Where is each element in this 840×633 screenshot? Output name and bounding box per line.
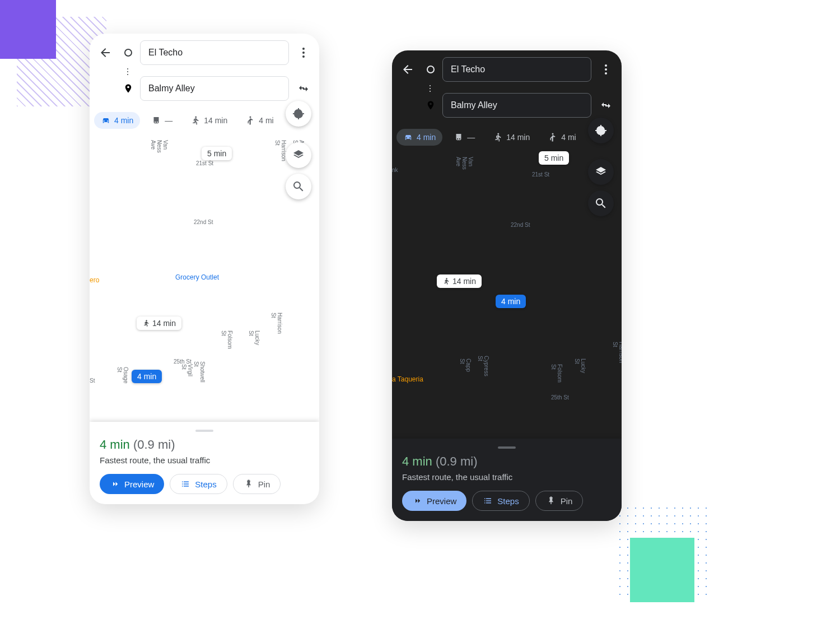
search-icon xyxy=(292,180,305,193)
transit-icon xyxy=(454,132,464,142)
route-summary-sheet[interactable]: 4 min (0.9 mi) Fastest route, the usual … xyxy=(90,422,319,504)
travel-mode-tabs: 4 min — 14 min 4 mi xyxy=(392,125,622,151)
route-summary-sheet[interactable]: 4 min (0.9 mi) Fastest route, the usual … xyxy=(392,439,622,521)
mode-drive-time: 4 min xyxy=(114,116,133,125)
steps-button[interactable]: Steps xyxy=(170,474,227,494)
street-folsom: Folsom St xyxy=(550,364,563,383)
more-options-button[interactable] xyxy=(292,41,315,64)
pin-button[interactable]: Pin xyxy=(535,491,584,511)
maps-directions-dark: El Techo Balmy Alley xyxy=(392,50,622,521)
route-subtitle: Fastest route, the usual traffic xyxy=(402,472,612,482)
walk-icon xyxy=(142,319,150,327)
poi-grocery-outlet[interactable]: Grocery Outlet xyxy=(175,273,219,281)
pin-icon xyxy=(244,479,254,489)
directions-header: El Techo Balmy Alley xyxy=(392,50,622,125)
route-connector-dots xyxy=(419,83,617,94)
street-nk: nk xyxy=(392,167,398,173)
street-van-ness: Van Ness Ave xyxy=(455,157,474,170)
mode-rideshare[interactable]: 4 mi xyxy=(239,112,280,129)
route-distance: (0.9 mi) xyxy=(133,437,175,452)
list-icon xyxy=(483,496,493,506)
drag-handle[interactable] xyxy=(195,430,213,432)
locate-icon xyxy=(594,124,608,137)
alt-route-time-label[interactable]: 5 min xyxy=(539,151,569,165)
mode-walk-time: 14 min xyxy=(204,116,227,125)
layers-icon xyxy=(292,148,305,162)
route-connector-dots xyxy=(116,66,315,77)
mode-walk[interactable]: 14 min xyxy=(184,112,234,129)
mode-walk-time: 14 min xyxy=(506,133,530,142)
street-21st: 21st St xyxy=(532,171,549,178)
search-map-button[interactable] xyxy=(588,190,614,216)
layers-button[interactable] xyxy=(286,142,311,168)
preview-button[interactable]: Preview xyxy=(402,491,466,511)
walk-icon xyxy=(190,115,200,125)
mode-transit-time: — xyxy=(165,116,172,125)
search-map-button[interactable] xyxy=(286,174,311,199)
mode-rideshare-dist: 4 mi xyxy=(561,133,576,142)
mode-drive[interactable]: 4 min xyxy=(94,112,140,129)
swap-locations-button[interactable] xyxy=(292,77,315,100)
alt-route-time-label[interactable]: 5 min xyxy=(202,147,232,160)
mode-drive-time: 4 min xyxy=(417,133,436,142)
drag-handle[interactable] xyxy=(498,446,516,449)
list-icon xyxy=(180,479,190,489)
chevrons-icon xyxy=(412,496,422,506)
street-virgil: Virgil St xyxy=(181,364,193,376)
street-harrison: Harrison St xyxy=(270,313,283,334)
origin-input[interactable]: El Techo xyxy=(442,57,591,82)
locate-icon xyxy=(292,107,305,120)
route-time: 4 min xyxy=(402,454,432,468)
route-distance: (0.9 mi) xyxy=(436,454,478,468)
pin-icon xyxy=(546,496,556,506)
swap-locations-button[interactable] xyxy=(595,94,617,117)
origin-marker-icon xyxy=(422,58,439,81)
street-van-ness: Van Ness Ave xyxy=(150,140,169,153)
destination-marker-icon xyxy=(422,94,439,117)
destination-input[interactable]: Balmy Alley xyxy=(140,76,289,101)
street-capp: Capp St xyxy=(459,359,472,372)
maps-directions-light: El Techo Balmy Alley xyxy=(90,34,319,504)
steps-button[interactable]: Steps xyxy=(472,491,529,511)
poi-taqueria[interactable]: a Taqueria xyxy=(392,375,423,383)
rideshare-icon xyxy=(245,115,255,125)
my-location-button[interactable] xyxy=(588,118,614,143)
origin-input[interactable]: El Techo xyxy=(140,40,289,65)
mode-walk[interactable]: 14 min xyxy=(486,129,536,146)
pin-button[interactable]: Pin xyxy=(233,474,281,494)
preview-button[interactable]: Preview xyxy=(100,474,164,494)
street-25th: 25th St xyxy=(174,359,192,365)
layers-button[interactable] xyxy=(588,159,614,185)
street-harrison-2: Harrison St xyxy=(274,140,287,161)
destination-input[interactable]: Balmy Alley xyxy=(442,93,591,118)
mode-transit[interactable]: — xyxy=(447,129,482,146)
mode-transit[interactable]: — xyxy=(144,112,179,129)
street-shotwell: Shotwell St xyxy=(193,361,206,383)
transit-icon xyxy=(151,115,161,125)
walk-route-time-label[interactable]: 14 min xyxy=(437,274,482,288)
back-button[interactable] xyxy=(94,41,116,64)
street-st: St xyxy=(90,378,95,384)
street-22nd: 22nd St xyxy=(194,219,213,225)
walk-route-time-label[interactable]: 14 min xyxy=(137,316,181,330)
poi-ero[interactable]: ero xyxy=(90,276,99,284)
arrow-back-icon xyxy=(401,63,414,76)
car-icon xyxy=(403,132,413,142)
selected-route-time-label[interactable]: 4 min xyxy=(496,295,526,308)
mode-drive[interactable]: 4 min xyxy=(396,129,442,146)
route-title: 4 min (0.9 mi) xyxy=(100,437,309,452)
car-icon xyxy=(101,115,111,125)
mode-rideshare[interactable]: 4 mi xyxy=(541,129,582,146)
street-lucky: Lucky St xyxy=(574,359,586,373)
deco-purple-square xyxy=(0,0,56,59)
selected-route-time-label[interactable]: 4 min xyxy=(132,370,162,383)
route-subtitle: Fastest route, the usual traffic xyxy=(100,455,309,465)
route-time: 4 min xyxy=(100,437,130,452)
walk-icon xyxy=(442,277,450,285)
street-22nd: 22nd St xyxy=(511,222,530,228)
more-options-button[interactable] xyxy=(595,58,617,81)
my-location-button[interactable] xyxy=(286,101,311,127)
back-button[interactable] xyxy=(396,58,419,81)
place-pin-icon xyxy=(426,100,436,110)
street-lucky: Lucky St xyxy=(248,331,260,345)
